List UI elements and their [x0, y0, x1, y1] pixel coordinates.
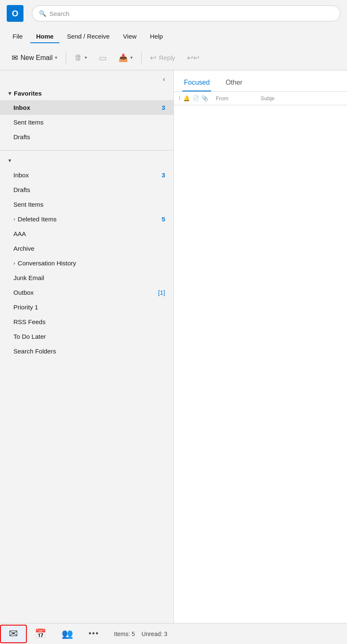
delete-button[interactable]: 🗑 ▾: [70, 51, 92, 65]
new-email-button[interactable]: ✉ New Email ▾: [7, 51, 62, 65]
sidebar-divider-1: [0, 150, 174, 151]
favorites-inbox-label: Inbox: [13, 104, 162, 111]
sidebar-item-favorites-inbox[interactable]: Inbox 3: [0, 100, 174, 115]
outlook-logo: O: [7, 5, 23, 22]
move-icon: 📥: [119, 53, 128, 62]
subject-column-header: Subje: [261, 95, 342, 101]
items-count: Items: 5: [114, 631, 135, 637]
attach-icon: 📎: [202, 95, 208, 101]
favorites-sent-label: Sent Items: [13, 119, 165, 126]
inbox-tabs: Focused Other: [174, 70, 347, 92]
unread-count: Unread: 3: [142, 631, 167, 637]
sidebar-item-favorites-sent[interactable]: Sent Items: [0, 115, 174, 130]
title-bar: O 🔍 Search: [0, 0, 347, 27]
menu-file[interactable]: File: [7, 30, 28, 42]
rss-label: RSS Feeds: [13, 318, 165, 325]
toolbar-sep-2: [141, 52, 142, 64]
search-box[interactable]: 🔍 Search: [32, 5, 340, 21]
favorites-header[interactable]: ▾ Favorites: [0, 86, 174, 100]
importance-icon: !: [179, 95, 181, 101]
calendar-nav-icon: 📅: [35, 628, 46, 639]
more-dots-icon: •••: [89, 629, 99, 638]
aaa-label: AAA: [13, 230, 165, 237]
collapse-arrow-icon[interactable]: ‹: [160, 74, 168, 85]
favorites-section: ▾ Favorites Inbox 3 Sent Items Drafts: [0, 86, 174, 148]
sidebar-collapse[interactable]: ‹: [0, 70, 174, 86]
reply-icon: ↩: [150, 53, 156, 62]
mailbox-chevron-icon: ▾: [8, 157, 11, 164]
sidebar-item-deleted[interactable]: › Deleted Items 5: [0, 212, 174, 226]
tab-focused[interactable]: Focused: [182, 75, 211, 91]
menu-home[interactable]: Home: [30, 30, 60, 42]
deleted-chevron-icon: ›: [13, 216, 15, 222]
archive-label: Archive: [13, 245, 165, 252]
sidebar: ‹ ▾ Favorites Inbox 3 Sent Items Drafts …: [0, 70, 174, 623]
footer-nav-area: ✉ 📅 👥 •••: [0, 625, 107, 643]
toolbar-sep-1: [66, 52, 66, 64]
reply-button[interactable]: ↩ Reply: [145, 51, 180, 65]
menu-view[interactable]: View: [117, 30, 142, 42]
menu-bar: File Home Send / Receive View Help: [0, 27, 347, 45]
menu-send-receive[interactable]: Send / Receive: [61, 30, 116, 42]
sidebar-item-outbox[interactable]: Outbox [1]: [0, 285, 174, 300]
sidebar-item-conv-history[interactable]: › Conversation History: [0, 256, 174, 270]
todo-label: To Do Later: [13, 333, 165, 340]
page-footer: ✉ 📅 👥 ••• Items: 5 Unread: 3: [0, 623, 347, 644]
sidebar-item-search-folders[interactable]: Search Folders: [0, 344, 174, 358]
footer-status: Items: 5 Unread: 3: [109, 631, 172, 637]
nav-more[interactable]: •••: [80, 625, 107, 643]
nav-mail[interactable]: ✉: [0, 625, 27, 643]
nav-calendar[interactable]: 📅: [27, 625, 54, 643]
mailbox-header[interactable]: ▾: [0, 153, 174, 168]
junk-label: Junk Email: [13, 274, 165, 281]
inbox-count: 3: [162, 171, 165, 179]
main-layout: ‹ ▾ Favorites Inbox 3 Sent Items Drafts …: [0, 70, 347, 623]
favorites-drafts-label: Drafts: [13, 133, 165, 140]
delete-chevron: ▾: [85, 55, 87, 60]
archive-button[interactable]: ▭: [94, 50, 112, 65]
content-area: Focused Other ! 🔔 📄 📎 From Subje: [174, 70, 347, 623]
sidebar-item-todo[interactable]: To Do Later: [0, 329, 174, 344]
move-button[interactable]: 📥 ▾: [114, 51, 138, 65]
email-body-empty: [174, 105, 347, 623]
new-email-chevron: ▾: [55, 55, 57, 60]
favorites-chevron-icon: ▾: [8, 90, 11, 96]
toolbar: ✉ New Email ▾ 🗑 ▾ ▭ 📥 ▾ ↩ Reply ↩↩: [0, 45, 347, 70]
priority1-label: Priority 1: [13, 304, 165, 311]
sidebar-item-aaa[interactable]: AAA: [0, 226, 174, 241]
sidebar-item-inbox[interactable]: Inbox 3: [0, 168, 174, 182]
new-email-icon: ✉: [12, 53, 18, 62]
sidebar-item-priority1[interactable]: Priority 1: [0, 300, 174, 314]
new-email-label: New Email: [21, 54, 52, 62]
favorites-inbox-count: 3: [162, 104, 165, 111]
sidebar-item-rss[interactable]: RSS Feeds: [0, 314, 174, 329]
outbox-label: Outbox: [13, 289, 158, 296]
sidebar-item-sent[interactable]: Sent Items: [0, 197, 174, 212]
email-list-header: ! 🔔 📄 📎 From Subje: [174, 92, 347, 105]
favorites-label: Favorites: [14, 90, 42, 97]
deleted-label: Deleted Items: [18, 216, 161, 223]
inbox-label: Inbox: [13, 171, 162, 179]
mailbox-section: ▾ Inbox 3 Drafts Sent Items › Deleted It…: [0, 153, 174, 362]
search-folders-label: Search Folders: [13, 348, 165, 355]
conv-history-chevron-icon: ›: [13, 260, 15, 266]
reply-all-icon: ↩↩: [187, 53, 199, 62]
drafts-label: Drafts: [13, 186, 165, 193]
conv-history-label: Conversation History: [18, 260, 165, 267]
sidebar-item-favorites-drafts[interactable]: Drafts: [0, 130, 174, 144]
tab-other[interactable]: Other: [224, 75, 244, 91]
sidebar-item-junk[interactable]: Junk Email: [0, 270, 174, 285]
outbox-count: [1]: [158, 289, 165, 296]
menu-help[interactable]: Help: [144, 30, 169, 42]
from-column-header: From: [216, 95, 256, 101]
mail-nav-icon: ✉: [9, 627, 18, 640]
search-icon: 🔍: [39, 10, 46, 17]
sidebar-item-archive[interactable]: Archive: [0, 241, 174, 256]
deleted-count: 5: [162, 216, 165, 223]
sidebar-item-drafts[interactable]: Drafts: [0, 182, 174, 197]
search-placeholder: Search: [49, 10, 70, 17]
nav-people[interactable]: 👥: [54, 625, 80, 643]
reply-all-button[interactable]: ↩↩: [182, 51, 205, 65]
archive-icon: ▭: [99, 53, 107, 63]
list-header-icons: ! 🔔 📄 📎: [179, 95, 208, 101]
